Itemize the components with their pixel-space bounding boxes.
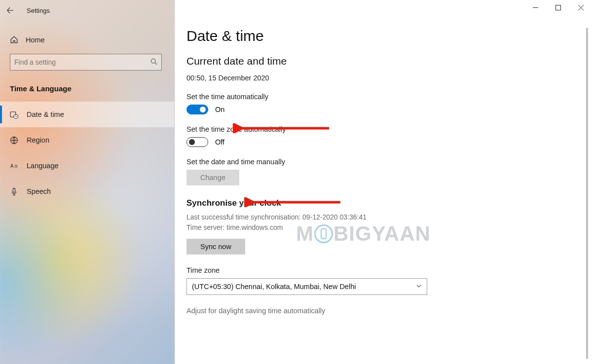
category-title: Time & Language bbox=[0, 79, 174, 102]
page-title: Date & time bbox=[186, 28, 592, 44]
sidebar-item-language[interactable]: 字 Language bbox=[0, 153, 174, 179]
svg-point-8 bbox=[323, 237, 324, 238]
phone-icon bbox=[314, 224, 333, 243]
watermark-left: M bbox=[296, 222, 314, 246]
sync-now-button[interactable]: Sync now bbox=[186, 239, 245, 255]
sidebar: Home Time & Language Date & time Region bbox=[0, 0, 175, 364]
change-button[interactable]: Change bbox=[186, 170, 239, 185]
home-label: Home bbox=[26, 36, 45, 44]
window-maximize-button[interactable] bbox=[547, 0, 569, 15]
language-icon: 字 bbox=[10, 162, 27, 170]
scrollbar[interactable] bbox=[586, 28, 588, 359]
sync-last-text: Last successful time synchronisation: 09… bbox=[186, 212, 592, 222]
home-nav[interactable]: Home bbox=[0, 31, 174, 49]
window-minimize-button[interactable] bbox=[524, 0, 547, 15]
home-icon bbox=[10, 36, 26, 44]
globe-icon bbox=[10, 136, 27, 145]
chevron-down-icon bbox=[416, 283, 422, 291]
annotation-arrow-1 bbox=[233, 123, 332, 129]
manual-label: Set the date and time manually bbox=[186, 158, 592, 166]
auto-zone-state: Off bbox=[215, 138, 224, 146]
timezone-select[interactable]: (UTC+05:30) Chennai, Kolkata, Mumbai, Ne… bbox=[186, 278, 427, 295]
current-date-heading: Current date and time bbox=[186, 55, 592, 67]
sidebar-item-label: Region bbox=[27, 136, 49, 144]
window-titlebar: Settings bbox=[0, 0, 592, 21]
timezone-value: (UTC+05:30) Chennai, Kolkata, Mumbai, Ne… bbox=[192, 283, 356, 291]
auto-time-label: Set the time automatically bbox=[186, 93, 592, 101]
search-input[interactable] bbox=[14, 58, 150, 66]
sidebar-item-label: Language bbox=[27, 162, 59, 170]
app-title: Settings bbox=[27, 7, 50, 14]
arrow-left-icon bbox=[7, 7, 14, 14]
back-button[interactable] bbox=[0, 0, 21, 21]
main-content: Date & time Current date and time 00:50,… bbox=[175, 0, 592, 364]
sidebar-item-label: Date & time bbox=[27, 110, 64, 118]
auto-zone-toggle[interactable] bbox=[186, 137, 208, 147]
search-icon bbox=[150, 58, 157, 67]
microphone-icon bbox=[10, 187, 27, 196]
watermark-right: BIGYAAN bbox=[333, 222, 431, 246]
current-date-value: 00:50, 15 December 2020 bbox=[186, 74, 592, 82]
timezone-label: Time zone bbox=[186, 266, 592, 274]
auto-time-state: On bbox=[215, 106, 224, 113]
watermark: M BIGYAAN bbox=[296, 222, 431, 246]
svg-text:字: 字 bbox=[14, 164, 18, 168]
sidebar-item-region[interactable]: Region bbox=[0, 127, 174, 153]
search-input-wrapper[interactable] bbox=[10, 54, 162, 71]
window-close-button[interactable] bbox=[569, 0, 592, 15]
auto-time-toggle[interactable] bbox=[186, 105, 208, 114]
calendar-clock-icon bbox=[10, 110, 27, 119]
sidebar-item-speech[interactable]: Speech bbox=[0, 179, 174, 204]
dst-label: Adjust for daylight saving time automati… bbox=[186, 307, 592, 315]
svg-point-1 bbox=[151, 59, 155, 63]
sidebar-item-label: Speech bbox=[27, 187, 51, 195]
annotation-arrow-2 bbox=[244, 197, 343, 203]
sidebar-item-date-time[interactable]: Date & time bbox=[0, 102, 174, 127]
svg-rect-0 bbox=[555, 5, 560, 10]
svg-rect-6 bbox=[13, 188, 15, 192]
